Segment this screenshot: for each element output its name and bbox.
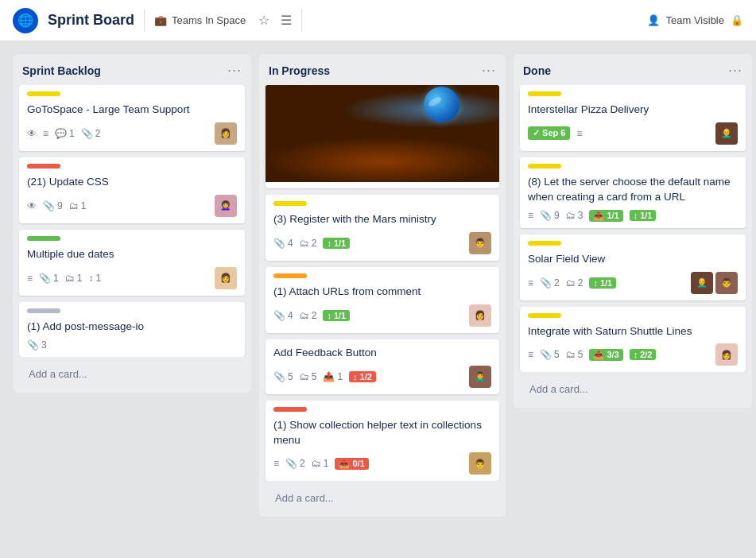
column-menu-inprogress[interactable]: ··· [482, 62, 496, 79]
card-label-red [27, 164, 60, 169]
meta-attach8: 📎2 [285, 458, 305, 469]
badge-c10a: 📤1/1 [589, 210, 622, 222]
card-image-mars[interactable] [266, 85, 499, 188]
column-title-inprogress: In Progress [269, 64, 330, 77]
card-footer-c1: 👁 ≡ 💬1 📎2 👩 [27, 122, 237, 145]
meta-attach7: 📎5 [273, 371, 293, 382]
card-title-c11: Solar Field View [528, 252, 738, 267]
avatar-group-c11: 👨‍🦲 👨 [691, 272, 738, 294]
card-label-green [27, 236, 60, 241]
meta-card2: 🗂1 [69, 200, 87, 211]
card-c9[interactable]: Interstellar Pizza Delivery ✓ Sep 6 ≡ 👨‍… [520, 85, 746, 151]
card-footer-c8: ≡ 📎2 🗂1 📤0/1 👨 [273, 452, 491, 475]
card-label-c8 [273, 407, 307, 412]
meta-card6: 🗂2 [300, 310, 317, 321]
card-meta-c5: 📎4 🗂2 ↕1/1 [273, 238, 350, 249]
card-c3[interactable]: Multiple due dates ≡ 📎1 🗂1 ↕1 👩 [19, 230, 245, 296]
team-name[interactable]: 💼 Teams In Space [154, 14, 246, 26]
meta-branch3: ↕1 [88, 273, 101, 284]
card-footer-c3: ≡ 📎1 🗂1 ↕1 👩 [27, 267, 237, 289]
meta-card3: 🗂1 [65, 273, 83, 284]
lock-icon[interactable]: 🔒 [731, 14, 743, 26]
star-icon[interactable]: ☆ [258, 13, 269, 28]
meta-lines11: ≡ [528, 277, 533, 289]
card-c12[interactable]: Integrate with Saturn Shuttle Lines ≡ 📎5… [520, 307, 746, 373]
meta-attach3: 📎1 [39, 273, 59, 284]
card-c5[interactable]: (3) Register with the Mars ministry 📎4 🗂… [266, 195, 499, 261]
meta-eye: 👁 [27, 128, 37, 139]
card-label-yellow [27, 91, 60, 96]
badge-c12b: ↕2/2 [630, 349, 657, 360]
card-footer-c11: ≡ 📎2 🗂2 ↕1/1 👨‍🦲 👨 [528, 272, 738, 294]
card-meta-c3: ≡ 📎1 🗂1 ↕1 [27, 273, 101, 284]
card-meta-c9: ✓ Sep 6 ≡ [528, 126, 582, 140]
meta-lines12: ≡ [528, 349, 533, 360]
avatar-c2: 👩‍🦱 [215, 195, 237, 217]
meta-attach2: 📎9 [43, 200, 63, 211]
meta-attach6: 📎4 [273, 310, 293, 321]
avatar-c5: 👨 [469, 232, 491, 254]
meta-card12: 🗂5 [566, 349, 583, 360]
card-title-c3: Multiple due dates [27, 247, 237, 262]
card-c1[interactable]: GoToSpace - Large Team Support 👁 ≡ 💬1 📎2… [19, 85, 245, 151]
meta-card7: 🗂5 [300, 371, 317, 382]
card-c8[interactable]: (1) Show collection helper text in colle… [266, 401, 499, 482]
card-c10[interactable]: (8) Let the server choose the default na… [520, 157, 746, 228]
card-title-c10: (8) Let the server choose the default na… [528, 175, 738, 205]
card-meta-c2: 👁 📎9 🗂1 [27, 200, 86, 211]
column-header-inprogress: In Progress ··· [259, 54, 506, 85]
meta-attach12: 📎5 [540, 349, 560, 360]
meta-card8: 🗂1 [312, 458, 329, 469]
card-label-c12 [528, 313, 561, 318]
add-card-backlog[interactable]: Add a card... [19, 362, 245, 386]
card-footer-c2: 👁 📎9 🗂1 👩‍🦱 [27, 195, 237, 217]
avatar-c3: 👩 [215, 267, 237, 289]
card-footer-c10: ≡ 📎9 🗂3 📤1/1 ↕1/1 [528, 210, 738, 222]
meta-comment: 💬1 [55, 128, 75, 139]
meta-card11: 🗂2 [566, 277, 583, 289]
meta-lines3: ≡ [27, 273, 33, 284]
inprogress-cards: (3) Register with the Mars ministry 📎4 🗂… [259, 85, 506, 481]
column-menu-done[interactable]: ··· [728, 62, 742, 79]
meta-card10: 🗂3 [566, 210, 583, 221]
card-label-c9 [528, 91, 561, 96]
card-meta-c1: 👁 ≡ 💬1 📎2 [27, 128, 100, 139]
avatar-c8: 👨 [469, 452, 491, 475]
card-label-c5 [273, 201, 307, 206]
meta-lines8: ≡ [273, 458, 279, 469]
card-title-c9: Interstellar Pizza Delivery [528, 103, 738, 118]
avatar-c6: 👩 [469, 304, 491, 327]
avatar-c11a: 👨‍🦲 [691, 272, 713, 294]
card-meta-c7: 📎5 🗂5 📤1 ↕1/2 [273, 371, 376, 382]
card-meta-c6: 📎4 🗂2 ↕1/1 [273, 310, 350, 321]
add-card-inprogress[interactable]: Add a card... [266, 486, 499, 510]
card-c7[interactable]: Add Feedback Button 📎5 🗂5 📤1 ↕1/2 👨‍🦱 [266, 339, 499, 394]
briefcase-icon: 💼 [154, 14, 167, 26]
card-c11[interactable]: Solar Field View ≡ 📎2 🗂2 ↕1/1 👨‍🦲 👨 [520, 234, 746, 300]
card-title-c5: (3) Register with the Mars ministry [273, 212, 491, 227]
card-c4[interactable]: (1) Add post-message-io 📎3 [19, 302, 245, 357]
menu-icon[interactable]: ☰ [281, 13, 292, 28]
card-footer-c4: 📎3 [27, 339, 237, 351]
meta-attach: 📎2 [81, 128, 101, 139]
card-footer-c5: 📎4 🗂2 ↕1/1 👨 [273, 232, 491, 254]
add-card-done[interactable]: Add a card... [520, 377, 746, 401]
header-divider-2 [301, 10, 302, 32]
date-badge-c9: ✓ Sep 6 [528, 126, 570, 140]
card-meta-c8: ≡ 📎2 🗂1 📤0/1 [273, 458, 369, 470]
column-menu-backlog[interactable]: ··· [227, 62, 242, 79]
avatar-c9: 👨‍🦲 [715, 122, 738, 145]
card-title-c6: (1) Attach URLs from comment [273, 285, 491, 300]
meta-attach11: 📎2 [540, 277, 560, 289]
card-label-c10 [528, 164, 561, 169]
card-meta-c12: ≡ 📎5 🗂5 📤3/3 ↕2/2 [528, 349, 656, 361]
card-c6[interactable]: (1) Attach URLs from comment 📎4 🗂2 ↕1/1 … [266, 267, 499, 333]
column-done: Done ··· Interstellar Pizza Delivery ✓ S… [514, 54, 752, 408]
meta-lines9: ≡ [576, 128, 582, 139]
mars-image-inner [266, 85, 499, 182]
card-label-c6 [273, 273, 307, 278]
card-meta-c10: ≡ 📎9 🗂3 📤1/1 ↕1/1 [528, 210, 656, 222]
avatar-c1: 👩 [215, 122, 237, 145]
card-c2[interactable]: (21) Update CSS 👁 📎9 🗂1 👩‍🦱 [19, 157, 245, 223]
badge-c10b: ↕1/1 [630, 210, 657, 221]
